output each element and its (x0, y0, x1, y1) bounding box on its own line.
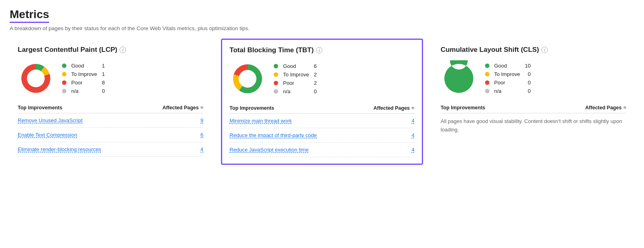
donut-chart-cls (441, 60, 477, 96)
metric-title-tbt: Total Blocking Time (TBT)i (229, 46, 414, 54)
legend-label-tbt-2: Poor (283, 80, 309, 86)
legend-dot-cls-0 (485, 64, 489, 68)
legend-dot-tbt-3 (274, 89, 278, 94)
affected-pages-label-cls: Affected Pages (585, 105, 621, 111)
improvements-section-tbt: Top ImprovementsAffected Pages≡Minimize … (229, 105, 414, 157)
legend-value-cls-1: 0 (525, 71, 530, 77)
improvement-link-lcp-1[interactable]: Enable Text Compression (18, 132, 77, 138)
legend-label-tbt-3: n/a (283, 88, 309, 94)
legend-value-lcp-1: 1 (102, 71, 105, 77)
top-improvements-label-lcp: Top Improvements (18, 105, 62, 111)
legend-value-tbt-3: 0 (314, 88, 317, 94)
improvement-row-lcp-0: Remove Unused JavaScript9 (18, 113, 203, 128)
metric-title-text-tbt: Total Blocking Time (TBT) (229, 46, 314, 54)
improvement-count-lcp-1: 6 (195, 132, 203, 138)
metric-title-text-cls: Cumulative Layout Shift (CLS) (441, 46, 539, 54)
affected-pages-label-lcp: Affected Pages (162, 105, 198, 111)
filter-icon-lcp[interactable]: ≡ (200, 105, 204, 111)
info-icon-tbt[interactable]: i (316, 47, 322, 53)
improvement-row-lcp-1: Enable Text Compression6 (18, 128, 203, 142)
legend-dot-tbt-0 (274, 64, 278, 68)
legend-dot-lcp-2 (62, 80, 66, 85)
legend-value-tbt-2: 2 (314, 80, 317, 86)
legend-label-lcp-0: Good (71, 63, 97, 69)
legend-lcp: Good1To Improve1Poor8n/a0 (62, 63, 105, 94)
improvements-header-cls: Top ImprovementsAffected Pages≡ (441, 105, 626, 113)
top-improvements-label-tbt: Top Improvements (229, 105, 274, 111)
improvements-section-lcp: Top ImprovementsAffected Pages≡Remove Un… (18, 105, 203, 157)
affected-pages-header-cls: Affected Pages≡ (585, 105, 626, 111)
improvements-header-lcp: Top ImprovementsAffected Pages≡ (18, 105, 203, 113)
metric-title-text-lcp: Largest Contentful Paint (LCP) (18, 46, 117, 54)
improvement-link-lcp-2[interactable]: Eliminate render-blocking resources (18, 146, 101, 152)
legend-value-lcp-2: 8 (102, 80, 105, 86)
chart-legend-cls: Good10To Improve0Poor0n/a0 (441, 60, 626, 96)
legend-dot-tbt-2 (274, 81, 278, 85)
page-subtitle: A breakdown of pages by their status for… (10, 25, 634, 31)
info-icon-lcp[interactable]: i (120, 47, 126, 53)
metrics-grid: Largest Contentful Paint (LCP)iGood1To I… (10, 39, 634, 165)
improvement-link-tbt-2[interactable]: Reduce JavaScript execution time (229, 147, 309, 153)
legend-label-tbt-0: Good (283, 63, 309, 69)
legend-label-cls-0: Good (494, 63, 520, 69)
improvement-row-tbt-1: Reduce the impact of third-party code4 (229, 128, 414, 143)
chart-legend-lcp: Good1To Improve1Poor8n/a0 (18, 60, 203, 96)
improvement-row-tbt-0: Minimize main thread work4 (229, 114, 414, 128)
improvement-count-lcp-2: 4 (195, 146, 203, 152)
improvement-count-lcp-0: 9 (195, 117, 203, 123)
legend-dot-tbt-1 (274, 72, 278, 77)
chart-legend-tbt: Good6To Improve2Poor2n/a0 (229, 61, 414, 97)
metric-panel-lcp: Largest Contentful Paint (LCP)iGood1To I… (10, 39, 211, 165)
filter-icon-tbt[interactable]: ≡ (411, 105, 415, 111)
legend-value-cls-3: 0 (525, 88, 530, 94)
legend-label-lcp-3: n/a (71, 88, 97, 94)
affected-pages-header-lcp: Affected Pages≡ (162, 105, 203, 111)
legend-label-cls-1: To Improve (494, 71, 520, 77)
improvement-count-tbt-1: 4 (407, 132, 415, 138)
improvement-count-tbt-0: 4 (407, 118, 415, 124)
metric-panel-cls: Cumulative Layout Shift (CLS)iGood10To I… (433, 39, 634, 165)
legend-dot-lcp-3 (62, 89, 66, 93)
top-improvements-label-cls: Top Improvements (441, 105, 485, 111)
legend-cls: Good10To Improve0Poor0n/a0 (485, 63, 531, 94)
no-issues-text-cls: All pages have good visual stability. Co… (441, 117, 626, 134)
legend-dot-cls-3 (485, 89, 489, 93)
legend-value-tbt-1: 2 (314, 72, 317, 78)
metric-title-lcp: Largest Contentful Paint (LCP)i (18, 46, 203, 54)
filter-icon-cls[interactable]: ≡ (623, 105, 626, 111)
donut-chart-tbt (229, 61, 266, 97)
legend-dot-lcp-0 (62, 64, 66, 68)
donut-chart-lcp (18, 60, 54, 96)
improvement-count-tbt-2: 4 (407, 147, 415, 153)
legend-value-lcp-3: 0 (102, 88, 105, 94)
legend-value-lcp-0: 1 (102, 63, 105, 69)
improvement-row-tbt-2: Reduce JavaScript execution time4 (229, 143, 414, 157)
page-title: Metrics (10, 8, 49, 23)
legend-dot-lcp-1 (62, 72, 66, 76)
legend-tbt: Good6To Improve2Poor2n/a0 (274, 63, 317, 94)
improvements-section-cls: Top ImprovementsAffected Pages≡All pages… (441, 105, 626, 134)
affected-pages-header-tbt: Affected Pages≡ (374, 105, 415, 111)
legend-label-cls-3: n/a (494, 88, 520, 94)
affected-pages-label-tbt: Affected Pages (374, 105, 410, 111)
legend-label-lcp-2: Poor (71, 80, 97, 86)
metric-panel-tbt: Total Blocking Time (TBT)iGood6To Improv… (221, 39, 423, 165)
metric-title-cls: Cumulative Layout Shift (CLS)i (441, 46, 626, 54)
improvement-link-tbt-1[interactable]: Reduce the impact of third-party code (229, 132, 317, 138)
legend-value-cls-0: 10 (525, 63, 530, 69)
legend-dot-cls-1 (485, 72, 489, 76)
improvement-link-lcp-0[interactable]: Remove Unused JavaScript (18, 117, 83, 123)
info-icon-cls[interactable]: i (541, 47, 548, 53)
legend-dot-cls-2 (485, 80, 489, 85)
legend-value-cls-2: 0 (525, 80, 530, 86)
improvement-row-lcp-2: Eliminate render-blocking resources4 (18, 142, 203, 157)
legend-label-tbt-1: To Improve (283, 72, 309, 78)
improvements-header-tbt: Top ImprovementsAffected Pages≡ (229, 105, 414, 114)
legend-value-tbt-0: 6 (314, 63, 317, 69)
legend-label-cls-2: Poor (494, 80, 520, 86)
legend-label-lcp-1: To Improve (71, 71, 97, 77)
improvement-link-tbt-0[interactable]: Minimize main thread work (229, 118, 292, 124)
page-header: Metrics A breakdown of pages by their st… (10, 8, 634, 31)
